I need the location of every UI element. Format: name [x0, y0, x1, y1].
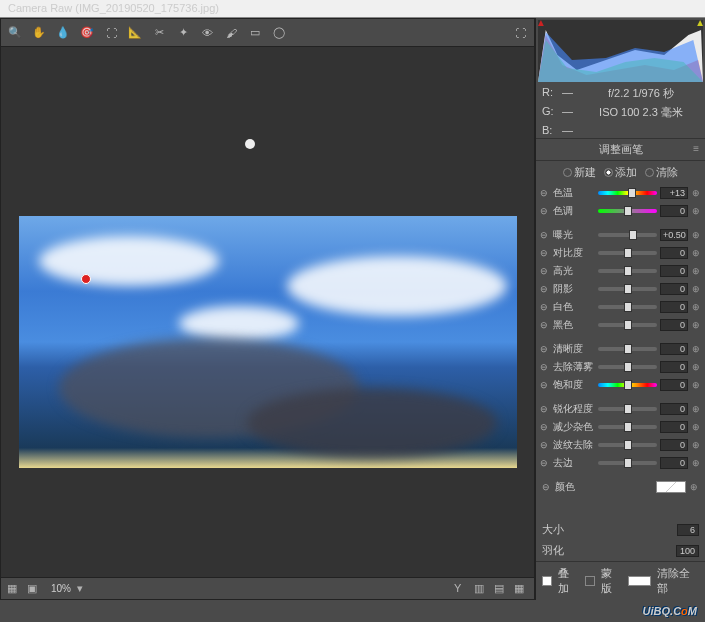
view-mode-2-icon[interactable]: ▤	[494, 582, 508, 596]
slider-menu-icon[interactable]: ⊕	[691, 344, 701, 354]
fullscreen-icon[interactable]: ⛶	[512, 25, 528, 41]
slider-thumb[interactable]	[624, 404, 632, 414]
slider-track[interactable]	[598, 287, 657, 291]
expand-icon[interactable]: ⊖	[540, 422, 550, 432]
expand-icon[interactable]: ⊖	[540, 266, 550, 276]
slider-track[interactable]	[598, 305, 657, 309]
slider-thumb[interactable]	[624, 284, 632, 294]
slider-track[interactable]	[598, 425, 657, 429]
slider-track[interactable]	[598, 269, 657, 273]
slider-value[interactable]: 0	[660, 439, 688, 451]
slider-value[interactable]: 0	[660, 403, 688, 415]
mode-add[interactable]: 添加	[604, 165, 637, 180]
slider-track[interactable]	[598, 251, 657, 255]
zoom-fit-icon[interactable]: ▣	[27, 582, 41, 596]
graduated-filter-icon[interactable]: ▭	[247, 25, 263, 41]
slider-value[interactable]: 0	[660, 247, 688, 259]
color-swatch[interactable]	[656, 481, 686, 493]
mode-erase[interactable]: 清除	[645, 165, 678, 180]
spot-removal-icon[interactable]: ✦	[175, 25, 191, 41]
mode-new[interactable]: 新建	[563, 165, 596, 180]
slider-thumb[interactable]	[624, 362, 632, 372]
slider-menu-icon[interactable]: ⊕	[691, 380, 701, 390]
color-sampler-icon[interactable]: 🎯	[79, 25, 95, 41]
slider-menu-icon[interactable]: ⊕	[691, 302, 701, 312]
slider-value[interactable]: 0	[660, 319, 688, 331]
expand-icon[interactable]: ⊖	[540, 284, 550, 294]
slider-track[interactable]	[598, 407, 657, 411]
panel-menu-icon[interactable]: ≡	[693, 143, 699, 154]
zoom-level[interactable]: 10%	[51, 583, 71, 594]
radial-filter-icon[interactable]: ◯	[271, 25, 287, 41]
slider-thumb[interactable]	[624, 302, 632, 312]
slider-menu-icon[interactable]: ⊕	[691, 206, 701, 216]
slider-thumb[interactable]	[624, 380, 632, 390]
straighten-icon[interactable]: 📐	[127, 25, 143, 41]
slider-menu-icon[interactable]: ⊕	[689, 482, 699, 492]
slider-value[interactable]: 0	[660, 265, 688, 277]
slider-menu-icon[interactable]: ⊕	[691, 362, 701, 372]
mask-checkbox[interactable]	[585, 576, 595, 586]
hand-icon[interactable]: ✋	[31, 25, 47, 41]
slider-value[interactable]: +0.50	[660, 229, 688, 241]
slider-thumb[interactable]	[624, 320, 632, 330]
slider-track[interactable]	[598, 209, 657, 213]
slider-menu-icon[interactable]: ⊕	[691, 230, 701, 240]
expand-icon[interactable]: ⊖	[540, 206, 550, 216]
slider-thumb[interactable]	[624, 248, 632, 258]
slider-value[interactable]: 0	[660, 457, 688, 469]
adjustment-brush-icon[interactable]: 🖌	[223, 25, 239, 41]
slider-thumb[interactable]	[624, 440, 632, 450]
slider-value[interactable]: 0	[660, 379, 688, 391]
slider-menu-icon[interactable]: ⊕	[691, 458, 701, 468]
slider-value[interactable]: 0	[660, 283, 688, 295]
slider-thumb[interactable]	[624, 344, 632, 354]
slider-thumb[interactable]	[624, 458, 632, 468]
slider-value[interactable]: 0	[660, 343, 688, 355]
view-mode-1-icon[interactable]: ▥	[474, 582, 488, 596]
expand-icon[interactable]: ⊖	[540, 440, 550, 450]
slider-menu-icon[interactable]: ⊕	[691, 422, 701, 432]
zoom-dropdown-icon[interactable]: ▾	[77, 582, 91, 596]
slider-track[interactable]	[598, 443, 657, 447]
expand-icon[interactable]: ⊖	[540, 362, 550, 372]
expand-icon[interactable]: ⊖	[540, 344, 550, 354]
zoom-icon[interactable]: 🔍	[7, 25, 23, 41]
crop-icon[interactable]: ⛶	[103, 25, 119, 41]
transform-icon[interactable]: ✂	[151, 25, 167, 41]
slider-track[interactable]	[598, 365, 657, 369]
slider-menu-icon[interactable]: ⊕	[691, 266, 701, 276]
slider-thumb[interactable]	[624, 266, 632, 276]
before-after-icon[interactable]: Y	[454, 582, 468, 596]
slider-menu-icon[interactable]: ⊕	[691, 404, 701, 414]
slider-value[interactable]: 0	[660, 361, 688, 373]
zoom-out-icon[interactable]: ▦	[7, 582, 21, 596]
slider-menu-icon[interactable]: ⊕	[691, 320, 701, 330]
slider-menu-icon[interactable]: ⊕	[691, 248, 701, 258]
expand-icon[interactable]: ⊖	[540, 404, 550, 414]
slider-track[interactable]	[598, 233, 657, 237]
slider-value[interactable]: 0	[660, 421, 688, 433]
slider-menu-icon[interactable]: ⊕	[691, 188, 701, 198]
expand-icon[interactable]: ⊖	[540, 458, 550, 468]
clear-all-button[interactable]: 清除全部	[657, 566, 699, 596]
slider-thumb[interactable]	[624, 422, 632, 432]
slider-track[interactable]	[598, 191, 657, 195]
slider-thumb[interactable]	[629, 230, 637, 240]
slider-thumb[interactable]	[628, 188, 636, 198]
slider-menu-icon[interactable]: ⊕	[691, 440, 701, 450]
eyedropper-icon[interactable]: 💧	[55, 25, 71, 41]
slider-track[interactable]	[598, 347, 657, 351]
slider-thumb[interactable]	[624, 206, 632, 216]
brush-size-value[interactable]: 6	[677, 524, 699, 536]
expand-icon[interactable]: ⊖	[540, 188, 550, 198]
slider-value[interactable]: +13	[660, 187, 688, 199]
slider-menu-icon[interactable]: ⊕	[691, 284, 701, 294]
histogram[interactable]	[538, 20, 703, 82]
expand-icon[interactable]: ⊖	[540, 302, 550, 312]
adjustment-pin-icon[interactable]	[81, 274, 91, 284]
mask-swatch[interactable]	[628, 576, 651, 586]
expand-icon[interactable]: ⊖	[540, 230, 550, 240]
brush-feather-value[interactable]: 100	[676, 545, 699, 557]
view-mode-3-icon[interactable]: ▦	[514, 582, 528, 596]
